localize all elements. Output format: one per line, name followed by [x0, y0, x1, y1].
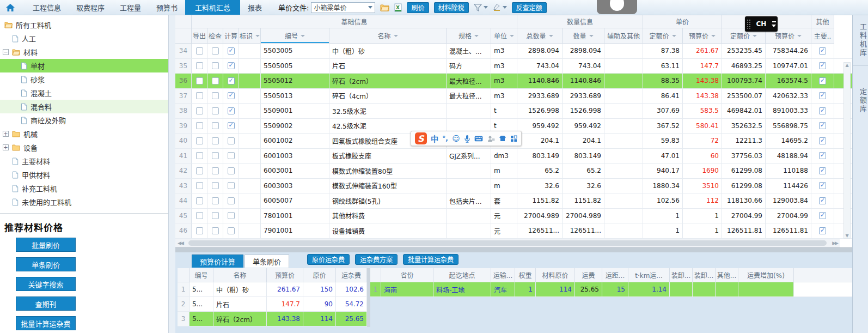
column-header-check[interactable]: 检查: [207, 28, 223, 44]
language-bar[interactable]: CH: [745, 16, 778, 32]
checkbox-export[interactable]: [196, 182, 203, 189]
checkbox-export[interactable]: [196, 77, 203, 84]
checkbox-export[interactable]: [196, 47, 203, 55]
tab-material-library[interactable]: 工料机库: [853, 15, 868, 66]
table-row[interactable]: 38550900132.5级水泥t1526.9981526.998307.695…: [175, 104, 852, 119]
checkbox-main[interactable]: [819, 227, 826, 234]
material-tax-button[interactable]: 材料除税: [434, 2, 469, 13]
column-header-num[interactable]: [175, 28, 192, 44]
checkbox-calc[interactable]: [228, 137, 235, 144]
checkbox-main[interactable]: [819, 92, 826, 99]
column-header-qty[interactable]: 数量: [563, 28, 604, 44]
column-header-budget_price[interactable]: 预算价: [683, 28, 722, 44]
column-header-calc[interactable]: 计算: [223, 28, 239, 44]
checkbox-export[interactable]: [196, 92, 203, 99]
sidebar-item[interactable]: +设备: [0, 141, 168, 154]
vertical-scrollbar[interactable]: ▲▼: [843, 62, 851, 239]
checkbox-check[interactable]: [212, 92, 219, 99]
checkbox-main[interactable]: [819, 62, 826, 69]
recommend-button-0[interactable]: 批量刷价: [16, 238, 76, 252]
menu-item-2[interactable]: 工程量: [112, 0, 149, 15]
floating-tool-icon[interactable]: [597, 0, 637, 14]
menu-item-1[interactable]: 取费程序: [69, 0, 112, 15]
collapse-icon[interactable]: −: [3, 49, 9, 55]
checkbox-export[interactable]: [196, 167, 203, 174]
sort-arrow-icon[interactable]: [589, 35, 594, 37]
column-header-tkm[interactable]: t·km运...: [628, 268, 670, 282]
checkbox-main[interactable]: [819, 107, 826, 114]
sort-arrow-icon[interactable]: [549, 35, 553, 37]
checkbox-check[interactable]: [212, 122, 219, 129]
menu-item-3[interactable]: 预算书: [149, 0, 185, 15]
column-header-main[interactable]: 主要..: [811, 28, 834, 44]
column-header-total_qty[interactable]: 总数量: [517, 28, 563, 44]
checkbox-export[interactable]: [196, 197, 203, 204]
column-header-spec[interactable]: 规格: [447, 28, 491, 44]
checkbox-calc[interactable]: [228, 92, 235, 99]
scroll-right-icon[interactable]: ▶▶: [830, 240, 840, 246]
table-row[interactable]: 436003003模数式伸缩装置160型m32.632.61880.343510…: [175, 179, 852, 194]
table-row[interactable]: 15...中（粗）砂261.67150102.6: [178, 282, 367, 297]
sort-arrow-icon[interactable]: [753, 35, 757, 37]
checkbox-calc[interactable]: [228, 62, 235, 69]
recommend-button-2[interactable]: 关键字搜索: [16, 277, 76, 291]
column-header-freight[interactable]: 运费: [575, 268, 602, 282]
sort-arrow-icon[interactable]: [797, 35, 802, 37]
expand-icon[interactable]: +: [3, 144, 9, 150]
column-header-aux[interactable]: 辅助及其他: [604, 28, 643, 44]
sidebar-item[interactable]: 主要材料: [0, 154, 168, 168]
sidebar-item[interactable]: +机械: [0, 127, 168, 141]
checkbox-calc[interactable]: [228, 227, 235, 234]
panel-divider[interactable]: [175, 247, 852, 252]
sidebar-item[interactable]: 甲供材料: [0, 168, 168, 181]
checkbox-check[interactable]: [212, 167, 219, 174]
checkbox-check[interactable]: [212, 152, 219, 159]
sidebar-item[interactable]: 砂浆: [0, 72, 168, 86]
checkbox-calc[interactable]: [228, 182, 235, 189]
column-header-freight[interactable]: 运杂费: [336, 268, 367, 282]
minimize-icon[interactable]: [772, 21, 776, 22]
bottom-button-0[interactable]: 原价运杂费: [307, 254, 350, 265]
column-header-orig[interactable]: 原价: [303, 268, 336, 282]
column-header-blank[interactable]: [794, 268, 852, 282]
column-header-material_price[interactable]: 材料原价: [536, 268, 575, 282]
sort-arrow-icon[interactable]: [474, 35, 479, 37]
column-header-code[interactable]: 编号: [190, 268, 213, 282]
table-row[interactable]: 426003001模数式伸缩装置80型m65.265.2940.17169061…: [175, 164, 852, 179]
column-header-increase[interactable]: 运费增加(%): [738, 268, 794, 282]
bottom-tab-0[interactable]: 预算价计算: [192, 255, 243, 268]
emoji-icon[interactable]: ☺: [452, 134, 460, 143]
checkbox-check[interactable]: [212, 77, 219, 84]
table-row[interactable]: 345503005中（粗）砂混凝土、...m32898.0942898.0948…: [175, 44, 852, 59]
sidebar-item[interactable]: 人工: [0, 32, 168, 45]
table-row[interactable]: 1海南料场-工地汽车111425.65151.14: [370, 282, 852, 297]
checkbox-export[interactable]: [196, 227, 203, 234]
open-folder-icon[interactable]: [380, 4, 389, 11]
table-row[interactable]: 35...碎石（2cm）143.3811425.65: [178, 312, 367, 326]
sidebar-item[interactable]: 商砼及外购: [0, 113, 168, 127]
expand-icon[interactable]: +: [3, 131, 9, 137]
scroll-left-icon[interactable]: ◀◀: [175, 240, 185, 246]
filter-icon[interactable]: [474, 4, 488, 11]
column-header-export[interactable]: 导出: [192, 28, 207, 44]
splitter[interactable]: [169, 15, 175, 333]
column-header-name[interactable]: 名称: [329, 28, 447, 44]
toolbox-icon[interactable]: [510, 135, 517, 142]
checkbox-main[interactable]: [819, 152, 826, 159]
table-row[interactable]: 416001003板式橡胶支座GJZ系列...dm3803.149803.149…: [175, 149, 852, 164]
user-icon[interactable]: [487, 135, 495, 142]
sort-arrow-icon[interactable]: [255, 35, 260, 37]
column-header-other[interactable]: 其他...: [716, 268, 738, 282]
sidebar-item[interactable]: 补充工料机: [0, 181, 168, 195]
checkbox-check[interactable]: [212, 212, 219, 219]
checkbox-calc[interactable]: [228, 167, 235, 174]
checkbox-main[interactable]: [819, 197, 826, 204]
checkbox-main[interactable]: [819, 47, 826, 55]
checkbox-export[interactable]: [196, 62, 203, 69]
column-header-base_price[interactable]: 定额价: [643, 28, 683, 44]
excel-export-icon[interactable]: X: [394, 3, 402, 12]
checkbox-calc[interactable]: [228, 122, 235, 129]
column-header-route[interactable]: 起讫地点: [433, 268, 491, 282]
table-row[interactable]: 25...片石147.79054.72: [178, 297, 367, 312]
sidebar-item[interactable]: −材料: [0, 45, 168, 59]
